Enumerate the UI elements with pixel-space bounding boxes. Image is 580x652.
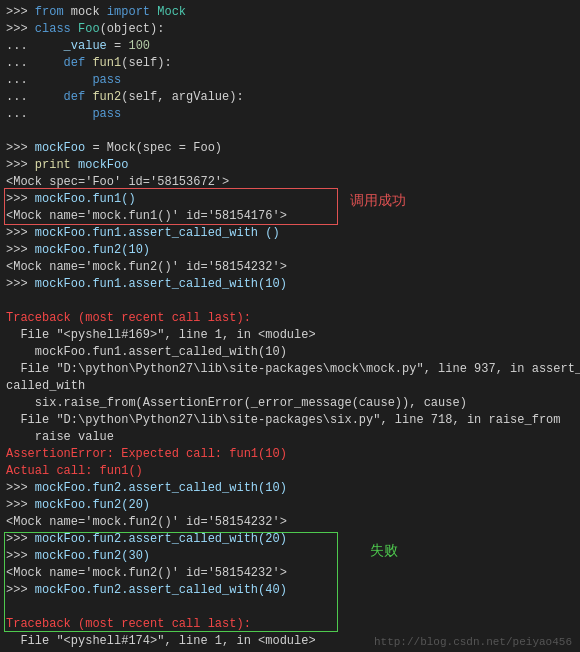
terminal-window: >>> from mock import Mock>>> class Foo(o…	[0, 0, 580, 652]
terminal-line: File "D:\python\Python27\lib\site-packag…	[6, 412, 574, 429]
terminal-line: <Mock name='mock.fun2()' id='58154232'>	[6, 259, 574, 276]
terminal-line: >>> mockFoo.fun2.assert_called_with(10)	[6, 480, 574, 497]
terminal-line: mockFoo.fun1.assert_called_with(10)	[6, 344, 574, 361]
terminal-line: >>> mockFoo.fun1.assert_called_with ()	[6, 225, 574, 242]
terminal-line: Actual call: fun1()	[6, 463, 574, 480]
terminal-line: ... def fun1(self):	[6, 55, 574, 72]
terminal-line: >>> mockFoo.fun2(10)	[6, 242, 574, 259]
terminal-line: File "<pyshell#169>", line 1, in <module…	[6, 327, 574, 344]
watermark: http://blog.csdn.net/peiyao456	[374, 636, 572, 648]
terminal-line: raise value	[6, 429, 574, 446]
red-highlight-box	[4, 188, 338, 225]
terminal-line: ... pass	[6, 106, 574, 123]
terminal-line: ... pass	[6, 72, 574, 89]
terminal-line: >>> print mockFoo	[6, 157, 574, 174]
terminal-line: >>> class Foo(object):	[6, 21, 574, 38]
fail-label: 失败	[370, 542, 398, 560]
terminal-line: <Mock name='mock.fun2()' id='58154232'>	[6, 514, 574, 531]
terminal-line: Traceback (most recent call last):	[6, 310, 574, 327]
terminal-line: ... def fun2(self, argValue):	[6, 89, 574, 106]
terminal-line	[6, 123, 574, 140]
terminal-line	[6, 293, 574, 310]
green-highlight-box	[4, 532, 338, 632]
terminal-line: six.raise_from(AssertionError(_error_mes…	[6, 395, 574, 412]
terminal-line: ... _value = 100	[6, 38, 574, 55]
terminal-line: >>> mockFoo.fun2(20)	[6, 497, 574, 514]
success-label: 调用成功	[350, 192, 406, 210]
terminal-line: >>> mockFoo.fun1.assert_called_with(10)	[6, 276, 574, 293]
terminal-line: >>> from mock import Mock	[6, 4, 574, 21]
terminal-line: called_with	[6, 378, 574, 395]
terminal-line: File "D:\python\Python27\lib\site-packag…	[6, 361, 574, 378]
terminal-line: >>> mockFoo = Mock(spec = Foo)	[6, 140, 574, 157]
terminal-line: AssertionError: Expected call: fun1(10)	[6, 446, 574, 463]
